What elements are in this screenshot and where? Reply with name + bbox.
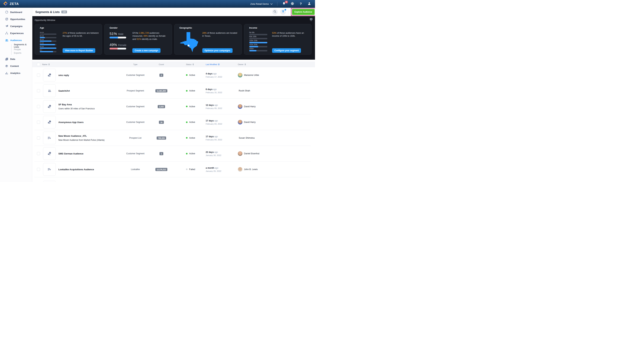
segment-name-link[interactable]: Anonymous App Users	[58, 121, 84, 124]
owner-name: David Harry	[244, 105, 256, 108]
gauge-icon	[5, 10, 8, 14]
search-button[interactable]	[272, 9, 278, 15]
owner-name: Daniel Eisenhut	[244, 152, 260, 155]
topbar: ZETA Zeta Retail Demo 2	[0, 0, 315, 8]
segment-name-block: SaatchiArt	[58, 90, 70, 92]
owner-cell: Rushi Shah	[238, 90, 250, 92]
sidebar-item-label: Experiences	[10, 32, 24, 34]
segment-name-link[interactable]: SF Bay Area	[58, 103, 95, 106]
header-actions: Explore Audience	[272, 8, 315, 16]
cube-icon	[5, 64, 8, 68]
bar-55-64: 55-64	[40, 46, 62, 49]
status-label: Failed	[189, 168, 195, 171]
collapse-panel-icon[interactable]	[310, 18, 312, 22]
sidebar-item-label: Dashboard	[10, 11, 22, 13]
gender-insight-text: Of the 2,961,729 audiences measured, 49%…	[132, 32, 169, 41]
segment-name-link[interactable]: SMS German Audience	[58, 152, 84, 155]
sidebar-item-label: Analytics	[10, 72, 20, 74]
row-checkbox[interactable]	[37, 89, 40, 92]
segment-name-block: New Mover Audience_ATLNew Mover Audience…	[58, 135, 104, 141]
column-header-last-modified[interactable]: Last Modified	[206, 61, 220, 67]
notification-badge: 2	[285, 1, 288, 3]
bar-18-24: 18-24	[40, 32, 62, 35]
sidebar-item-dashboard[interactable]: Dashboard	[0, 8, 32, 16]
count-badge: 780,326	[156, 136, 166, 140]
sidebar-item-experiences[interactable]: Experiences	[0, 30, 32, 37]
column-header-name[interactable]: Name	[42, 61, 50, 67]
sidebar-item-label: Audiences	[10, 39, 22, 42]
female-bar	[110, 48, 126, 49]
sort-icon	[192, 63, 194, 65]
sidebar-item-opportunities[interactable]: Opportunities	[0, 16, 32, 23]
last-modified-cell: 22 days agoJanuary 30, 2022	[206, 151, 221, 156]
segment-type: Prospect Segment	[124, 90, 147, 92]
status-dot	[186, 90, 188, 92]
column-header-status[interactable]: Status	[186, 61, 194, 67]
sort-icon	[218, 63, 220, 65]
last-modified-cell: 17 days agoFebruary 04, 2022	[206, 135, 222, 141]
help-button[interactable]: ?	[299, 2, 303, 6]
sidebar-item-audiences[interactable]: Audiences	[0, 37, 32, 44]
sidebar-item-content[interactable]: Content	[0, 63, 32, 70]
select-all-checkbox[interactable]	[37, 61, 40, 67]
geographic-insight-text: 28% of these audiences are located in Te…	[202, 32, 239, 38]
opportunity-cards: Age 18-2425-3435-4445-5455-6465+ 27% of …	[35, 24, 312, 55]
segment-name-link[interactable]: New Mover Audience_ATL	[58, 135, 104, 137]
column-header-owner[interactable]: Owner	[238, 61, 246, 67]
segment-name-link[interactable]: sms reply	[58, 74, 69, 76]
table-row[interactable]: SMS German AudienceCustomer Segment1Acti…	[32, 146, 315, 162]
count-badge: 16	[159, 121, 164, 124]
count-badge-cell: 11,681,894	[150, 89, 172, 92]
status-cell: Active	[186, 105, 195, 108]
settings-button[interactable]	[290, 2, 294, 6]
table-row[interactable]: sms replyCustomer Segment2Active4 days a…	[32, 67, 315, 83]
column-header-count[interactable]: Count	[150, 61, 172, 67]
page-header: Segments & Lists 140	[32, 8, 315, 16]
annotation-highlight-box: Explore Audience	[291, 8, 315, 16]
sidebar-item-analytics[interactable]: Analytics	[0, 70, 32, 77]
sidebar-item-data[interactable]: Data	[0, 56, 32, 63]
count-badge-cell: 2	[150, 73, 172, 77]
filter-active-dot	[284, 9, 286, 10]
sidebar-subitem-segments-lists[interactable]: Segments & Lists	[0, 44, 32, 48]
account-switcher[interactable]: Zeta Retail Demo	[250, 3, 273, 5]
row-checkbox[interactable]	[37, 74, 40, 77]
count-badge-cell: 12,376,312	[150, 168, 172, 171]
income-insight-text: 53% of these audiences have an income of…	[272, 32, 308, 38]
row-icon-box	[43, 181, 56, 182]
profile-button[interactable]	[307, 2, 311, 6]
row-checkbox[interactable]	[37, 168, 40, 171]
create-campaign-button[interactable]: Create a new campaign	[132, 48, 160, 53]
table-row[interactable]: New Mover Audience_ATLNew Mover Audience…	[32, 130, 315, 146]
avatar	[238, 120, 242, 124]
table-row[interactable]: SaatchiArtProspect Segment11,681,894Acti…	[32, 83, 315, 99]
table-row[interactable]: Lookalike Acquisitions AudienceLookalike…	[32, 162, 315, 177]
sort-icon	[48, 63, 50, 65]
row-checkbox[interactable]	[37, 121, 40, 124]
segment-type: Customer Segment	[124, 105, 147, 108]
table-row-partial	[32, 177, 315, 182]
filter-button[interactable]	[280, 9, 286, 15]
status-cell: Active	[186, 90, 195, 92]
optimize-campaigns-button[interactable]: Optimize your campaigns	[202, 48, 232, 53]
status-cell: Active	[186, 152, 195, 155]
row-checkbox[interactable]	[37, 105, 40, 108]
sidebar-subitem-exports[interactable]: Exports	[0, 51, 32, 55]
gender-stats: 51% Male 49% Female	[108, 32, 132, 54]
table-row[interactable]: Anonymous App UsersCustomer Segment16Act…	[32, 114, 315, 130]
segment-name-link[interactable]: SaatchiArt	[58, 90, 70, 92]
configure-segment-button[interactable]: Configure your segment	[272, 48, 301, 53]
row-checkbox[interactable]	[37, 152, 40, 155]
geographic-card-title: Geographic	[177, 26, 239, 29]
sidebar-item-campaigns[interactable]: Campaigns	[0, 23, 32, 30]
explore-audience-button[interactable]: Explore Audience	[292, 9, 315, 15]
row-checkbox[interactable]	[37, 136, 40, 140]
count-badge-cell: 1,033	[150, 105, 172, 108]
count-badge-cell: 16	[150, 121, 172, 124]
table-row[interactable]: SF Bay AreaUsers within 30 miles of San …	[32, 99, 315, 114]
view-report-builder-button[interactable]: View more in Report Builder	[62, 48, 95, 53]
notifications-button[interactable]: 2	[282, 2, 286, 6]
column-header-type[interactable]: Type	[124, 61, 147, 67]
app: ZETA Zeta Retail Demo 2	[0, 0, 315, 182]
segment-name-link[interactable]: Lookalike Acquisitions Audience	[58, 168, 94, 171]
